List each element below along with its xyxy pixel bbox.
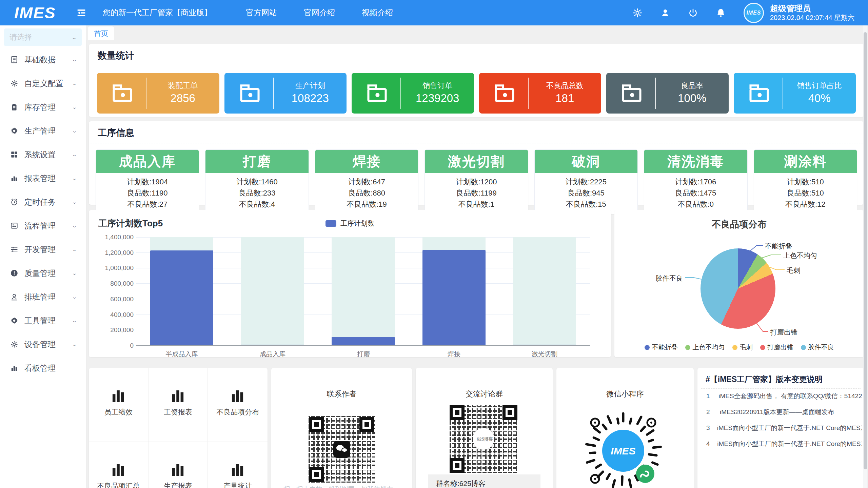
defect-count: 不良品数:27	[96, 199, 199, 210]
folder-icon	[745, 79, 774, 108]
report-label: 生产报表	[164, 481, 192, 488]
exclamation-circle-icon	[10, 269, 18, 277]
avatar[interactable]: IMES	[744, 3, 764, 23]
gear-icon	[10, 127, 18, 135]
sidebar-item-custom-config[interactable]: 自定义配置⌄	[0, 72, 86, 95]
menu-label: 流程管理	[24, 221, 56, 231]
power-icon[interactable]	[688, 8, 698, 18]
row-number: 4	[706, 440, 717, 448]
good-count: 良品数:1475	[644, 187, 747, 199]
stat-card-defect-total[interactable]: 不良品总数181	[479, 73, 601, 114]
stat-card-sales-ratio[interactable]: 销售订单占比40%	[734, 73, 856, 114]
y-tick: 400,000	[90, 311, 134, 319]
sidebar-item-production[interactable]: 生产管理⌄	[0, 119, 86, 143]
sidebar-item-system-settings[interactable]: 系统设置⌄	[0, 143, 86, 166]
folder-icon	[362, 79, 392, 108]
user-name: 超级管理员	[770, 3, 854, 14]
legend-item[interactable]: 上色不均匀	[685, 343, 725, 352]
x-tick: 半成品入库	[136, 350, 227, 359]
menu-label: 自定义配置	[24, 78, 63, 89]
stat-card-sales-orders[interactable]: 销售订单1239203	[352, 73, 474, 114]
report-label: 员工绩效	[104, 407, 133, 417]
good-count: 良品数:945	[535, 187, 637, 199]
chevron-down-icon: ⌄	[72, 247, 77, 252]
legend-dot	[732, 345, 737, 350]
menu-label: 库存管理	[24, 102, 56, 113]
app-logo: IMES	[14, 3, 56, 22]
collapse-menu-icon[interactable]	[76, 7, 87, 19]
sidebar-item-scheduled-tasks[interactable]: 定时任务⌄	[0, 190, 86, 214]
sidebar-item-kanban[interactable]: 看板管理	[0, 356, 86, 380]
nav-link-official-site[interactable]: 官方网站	[240, 5, 283, 20]
stat-card-production-plans[interactable]: 生产计划108223	[224, 73, 347, 114]
sidebar-item-inventory[interactable]: 库存管理⌄	[0, 95, 86, 119]
section-title-process: 工序信息	[89, 121, 864, 143]
miniprogram-panel: 微信小程序	[556, 368, 694, 488]
legend-item[interactable]: 打磨出错	[760, 343, 793, 352]
legend-label: 不能折叠	[652, 343, 678, 352]
bar-chart-panel: 工序计划数Top5 工序计划数 0 200,000 400,000 600,00…	[89, 210, 611, 357]
user-icon[interactable]	[660, 8, 670, 18]
bar-welding[interactable]	[422, 250, 486, 345]
chevron-down-icon: ⌄	[71, 34, 77, 40]
bar-chart-icon	[231, 463, 245, 476]
stat-value: 1239203	[401, 91, 474, 106]
bar-chart-icon	[10, 364, 18, 372]
nav-link-site-intro[interactable]: 官网介绍	[298, 5, 341, 20]
x-tick: 激光切割	[499, 350, 590, 359]
chevron-down-icon: ⌄	[72, 223, 77, 229]
sidebar-item-tool-mgmt[interactable]: 工具管理⌄	[0, 309, 86, 332]
stat-card-yield-rate[interactable]: 良品率100%	[606, 73, 729, 114]
chevron-down-icon: ⌄	[72, 81, 77, 86]
sidebar-search-select[interactable]: 请选择 ⌄	[4, 28, 82, 46]
stat-value: 40%	[783, 91, 856, 106]
changelog-title: #【iMES工厂管家】版本变更说明	[706, 374, 823, 385]
sidebar: 请选择 ⌄ 基础数据⌄ 自定义配置⌄ 库存管理⌄ 生产管理⌄ 系统设置⌄ 报表管…	[0, 25, 86, 488]
legend-item[interactable]: 毛刺	[732, 343, 753, 352]
bar-chart-icon	[171, 389, 185, 402]
process-card: 激光切割 计划数:1200良品数:1199不良品数:1	[425, 149, 528, 214]
y-tick: 1,000,000	[90, 264, 134, 272]
sidebar-item-shift-mgmt[interactable]: 排班管理⌄	[0, 285, 86, 309]
page-scrollbar	[863, 25, 867, 488]
bar-grinding[interactable]	[332, 337, 395, 345]
report-link-employee-performance[interactable]: 员工绩效	[89, 368, 149, 442]
legend-item[interactable]: 胶件不良	[801, 343, 834, 352]
group-name: 群名称:625博客	[436, 478, 540, 488]
legend-label: 工序计划数	[340, 219, 374, 228]
sidebar-item-equipment[interactable]: 设备管理⌄	[0, 332, 86, 356]
pie-chart-panel: 不良品项分布 不能折叠 上色不均匀 毛刺 打磨出错 胶件不良 不能折叠 上色不均…	[614, 210, 864, 357]
pie-label: 毛刺	[787, 266, 800, 275]
report-link-salary-report[interactable]: 工资报表	[149, 368, 208, 442]
scrollbar-thumb[interactable]	[864, 32, 867, 469]
top-navbar: IMES 您的新一代工厂管家【商业版】 官方网站 官网介绍 视频介绍 IMES …	[0, 0, 868, 25]
legend-dot	[685, 345, 690, 350]
sidebar-item-dev-mgmt[interactable]: 开发管理⌄	[0, 238, 86, 261]
clipboard-icon	[10, 103, 18, 111]
stat-card-assembly-orders[interactable]: 装配工单2856	[97, 73, 219, 114]
report-link-defect-distribution[interactable]: 不良品项分布	[208, 368, 268, 442]
sidebar-item-basic-data[interactable]: 基础数据⌄	[0, 48, 86, 72]
sidebar-item-quality[interactable]: 质量管理⌄	[0, 261, 86, 285]
legend-item[interactable]: 不能折叠	[645, 343, 678, 352]
report-link-output-statistics[interactable]: 产量统计	[208, 442, 268, 488]
bell-icon[interactable]	[716, 8, 726, 18]
nav-link-video-intro[interactable]: 视频介绍	[356, 5, 399, 20]
report-label: 工资报表	[164, 407, 192, 417]
legend-label: 上色不均匀	[693, 343, 725, 352]
gear-icon[interactable]	[632, 8, 643, 18]
sidebar-item-workflow[interactable]: 流程管理⌄	[0, 214, 86, 238]
report-link-production-report[interactable]: 生产报表	[149, 442, 208, 488]
bar-chart-legend[interactable]: 工序计划数	[89, 219, 611, 228]
bar-semi-finished[interactable]	[150, 250, 213, 345]
process-card: 焊接 计划数:647良品数:880不良品数:19	[315, 149, 418, 214]
reports-panel: 员工绩效 工资报表 不良品项分布 不良品项汇总 生产报表 产量统计	[89, 368, 268, 488]
row-text: iMES20220911版本更新——桌面端发布	[720, 408, 834, 416]
good-count: 良品数:1199	[425, 187, 528, 199]
bar-column	[409, 237, 499, 345]
good-count: 良品数:510	[754, 187, 857, 199]
bar-chart-icon	[111, 463, 125, 476]
tab-home[interactable]: 首页	[88, 26, 114, 40]
report-link-defect-summary[interactable]: 不良品项汇总	[89, 442, 149, 488]
sidebar-item-report-mgmt[interactable]: 报表管理⌄	[0, 166, 86, 190]
